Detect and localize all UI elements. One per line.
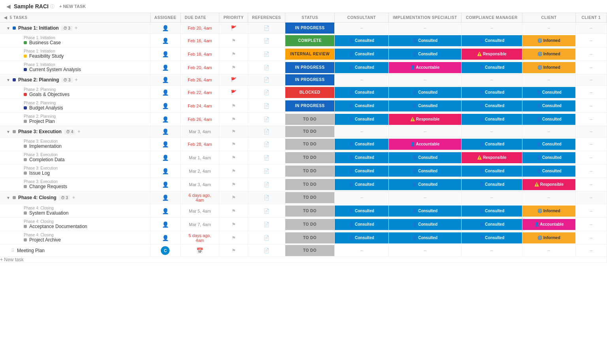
task-client[interactable]: 👤 Consulted (522, 86, 575, 99)
task-assignee[interactable]: 👤 (150, 204, 181, 218)
task-consultant[interactable]: 👤 Consulted (335, 218, 389, 231)
phase-assignee[interactable]: 👤 (150, 191, 181, 204)
standalone-title[interactable]: Meeting Plan (17, 248, 45, 253)
task-title[interactable]: Acceptance Documentation (29, 224, 87, 229)
task-priority[interactable]: ⚑ (219, 113, 248, 126)
phase-assignee[interactable]: 👤 (150, 23, 181, 34)
task-compliance-manager[interactable]: 👤 Consulted (461, 86, 522, 99)
task-consultant[interactable]: 👤 Consulted (335, 164, 389, 178)
task-title[interactable]: Completion Data (29, 157, 64, 162)
task-client[interactable]: 🌀 Informed (522, 47, 575, 61)
standalone-references[interactable]: 📄 (248, 245, 285, 257)
phase-priority[interactable]: 🚩 (219, 23, 248, 34)
task-status[interactable]: TO DO (285, 138, 335, 151)
task-client[interactable]: ⚠️ Responsible (522, 178, 575, 191)
task-consultant[interactable]: 👤 Consulted (335, 86, 389, 99)
phase-priority[interactable]: ⚑ (219, 126, 248, 138)
task-impl-specialist[interactable]: 👤 Consulted (388, 34, 461, 47)
task-client[interactable]: 👤 Consulted (522, 99, 575, 113)
task-priority[interactable]: ⚑ (219, 47, 248, 61)
phase-status[interactable]: TO DO (285, 126, 335, 138)
task-priority[interactable]: ⚑ (219, 218, 248, 231)
task-consultant[interactable]: 👤 Consulted (335, 61, 389, 74)
task-client[interactable]: 👤 Consulted (522, 138, 575, 151)
task-references[interactable]: 📄 (248, 34, 285, 47)
task-consultant[interactable]: 👤 Consulted (335, 99, 389, 113)
task-status[interactable]: IN PROGRESS (285, 99, 335, 113)
phase-priority[interactable]: 🚩 (219, 74, 248, 86)
phase-references[interactable]: 📄 (248, 126, 285, 138)
task-status[interactable]: TO DO (285, 113, 335, 126)
task-title[interactable]: Goals & Objectives (29, 92, 70, 97)
add-task-icon[interactable]: + (75, 77, 78, 83)
back-icon[interactable]: ◀ (6, 3, 11, 9)
task-client[interactable]: 🌀 Informed (522, 231, 575, 245)
task-consultant[interactable]: 👤 Consulted (335, 47, 389, 61)
task-title[interactable]: Issue Log (29, 170, 50, 176)
task-priority[interactable]: ⚑ (219, 99, 248, 113)
task-compliance-manager[interactable]: 👤 Consulted (461, 99, 522, 113)
task-title[interactable]: Change Requests (29, 184, 67, 189)
task-client[interactable]: 👤 Consulted (522, 164, 575, 178)
info-icon[interactable]: ⓘ (50, 4, 55, 9)
phase-references[interactable]: 📄 (248, 191, 285, 204)
task-references[interactable]: 📄 (248, 113, 285, 126)
task-consultant[interactable]: 👤 Consulted (335, 138, 389, 151)
task-client[interactable]: 🌀 Informed (522, 34, 575, 47)
task-status[interactable]: TO DO (285, 164, 335, 178)
task-title[interactable]: Project Plan (29, 119, 55, 124)
phase-status[interactable]: IN PROGRESS (285, 23, 335, 34)
phase-status[interactable]: IN PROGRESS (285, 74, 335, 86)
task-compliance-manager[interactable]: 👤 Consulted (461, 218, 522, 231)
task-impl-specialist[interactable]: 👤 Accountable (388, 138, 461, 151)
task-status[interactable]: BLOCKED (285, 86, 335, 99)
task-client[interactable]: 🌀 Informed (522, 204, 575, 218)
phase-priority[interactable]: ⚑ (219, 191, 248, 204)
task-title[interactable]: Project Archive (29, 237, 61, 243)
task-references[interactable]: 📄 (248, 164, 285, 178)
task-status[interactable]: TO DO (285, 151, 335, 164)
task-assignee[interactable]: 👤 (150, 47, 181, 61)
task-consultant[interactable]: 👤 Consulted (335, 204, 389, 218)
task-references[interactable]: 📄 (248, 99, 285, 113)
task-compliance-manager[interactable]: 👤 Consulted (461, 178, 522, 191)
task-references[interactable]: 📄 (248, 178, 285, 191)
expand-icon[interactable]: ▼ (6, 26, 10, 30)
task-assignee[interactable]: 👤 (150, 113, 181, 126)
task-impl-specialist[interactable]: 👤 Consulted (388, 86, 461, 99)
task-assignee[interactable]: 👤 (150, 99, 181, 113)
task-client[interactable]: 👤 Consulted (522, 113, 575, 126)
task-assignee[interactable]: 👤 (150, 164, 181, 178)
task-impl-specialist[interactable]: ⚠️ Responsible (388, 113, 461, 126)
phase-references[interactable]: 📄 (248, 74, 285, 86)
task-compliance-manager[interactable]: 👤 Consulted (461, 61, 522, 74)
phase-references[interactable]: 📄 (248, 23, 285, 34)
task-impl-specialist[interactable]: 👤 Consulted (388, 231, 461, 245)
task-compliance-manager[interactable]: 👤 Consulted (461, 138, 522, 151)
task-assignee[interactable]: 👤 (150, 34, 181, 47)
task-compliance-manager[interactable]: ⚠️ Responsible (461, 47, 522, 61)
task-title[interactable]: Business Case (29, 40, 61, 45)
task-status[interactable]: INTERNAL REVIEW (285, 47, 335, 61)
task-priority[interactable]: ⚑ (219, 231, 248, 245)
drag-handle[interactable]: ⠿ (11, 248, 15, 253)
task-references[interactable]: 📄 (248, 86, 285, 99)
task-title[interactable]: System Evaluation (29, 210, 68, 216)
task-priority[interactable]: ⚑ (219, 204, 248, 218)
new-task-button[interactable]: + NEW TASK (59, 4, 86, 9)
task-compliance-manager[interactable]: 👤 Consulted (461, 34, 522, 47)
task-impl-specialist[interactable]: 👤 Consulted (388, 218, 461, 231)
task-compliance-manager[interactable]: 👤 Consulted (461, 113, 522, 126)
task-impl-specialist[interactable]: 👤 Consulted (388, 178, 461, 191)
task-consultant[interactable]: 👤 Consulted (335, 113, 389, 126)
task-impl-specialist[interactable]: 👤 Consulted (388, 99, 461, 113)
task-assignee[interactable]: 👤 (150, 178, 181, 191)
task-consultant[interactable]: 👤 Consulted (335, 151, 389, 164)
task-priority[interactable]: ⚑ (219, 178, 248, 191)
task-priority[interactable]: ⚑ (219, 61, 248, 74)
task-client[interactable]: 👤 Accountable (522, 218, 575, 231)
task-references[interactable]: 📄 (248, 204, 285, 218)
standalone-assignee[interactable]: C (150, 245, 181, 257)
task-title[interactable]: Budget Analysis (29, 105, 63, 111)
task-assignee[interactable]: 👤 (150, 151, 181, 164)
